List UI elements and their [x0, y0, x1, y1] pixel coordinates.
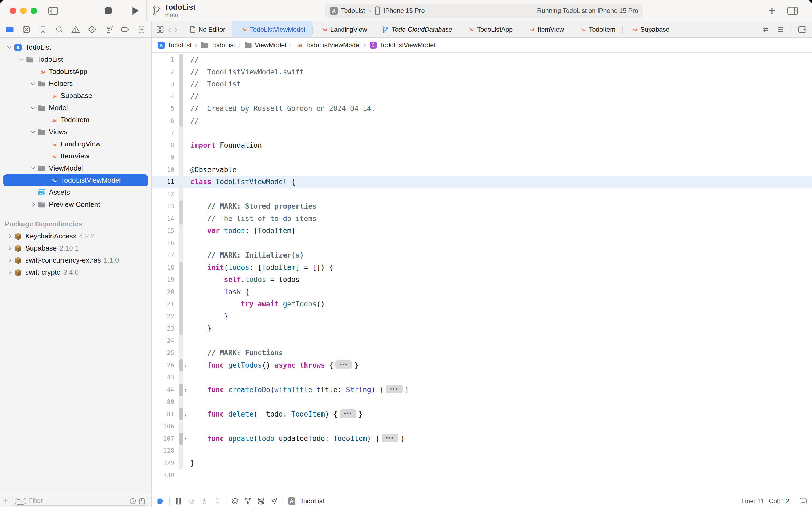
line-number[interactable]: 23: [152, 323, 175, 335]
sidebar-item-viewmodel[interactable]: ViewModel: [0, 162, 152, 174]
breadcrumb-item-todolist[interactable]: ATodoList: [157, 41, 191, 49]
line-number[interactable]: 16: [152, 237, 175, 249]
disclosure-right-icon[interactable]: [5, 271, 13, 274]
breadcrumb-item-todolist[interactable]: TodoList: [200, 41, 235, 49]
code-fold-ellipsis[interactable]: •••: [386, 385, 403, 393]
disclosure-right-icon[interactable]: [5, 259, 13, 262]
disclosure-down-icon[interactable]: [17, 58, 25, 61]
line-number[interactable]: 6: [152, 115, 175, 127]
source-control-navigator-icon[interactable]: [22, 25, 31, 34]
test-navigator-icon[interactable]: [88, 25, 97, 34]
editor-adjust-icon[interactable]: [799, 497, 807, 505]
line-number[interactable]: 8: [152, 139, 175, 152]
tab-landingview[interactable]: LandingView: [312, 21, 374, 37]
bookmark-navigator-icon[interactable]: [39, 25, 48, 34]
filter-field[interactable]: ☰⌄: [12, 497, 148, 506]
line-number[interactable]: 10: [152, 164, 175, 176]
code-fold-chevron-icon[interactable]: ›: [184, 384, 187, 396]
scheme-info[interactable]: TodoList main: [152, 0, 195, 21]
editor-options-icon[interactable]: [776, 25, 785, 34]
minimize-window-icon[interactable]: [20, 7, 26, 14]
sidebar-item-itemview[interactable]: ItemView: [0, 150, 152, 162]
stop-button[interactable]: [104, 0, 112, 21]
recent-files-icon[interactable]: [129, 498, 136, 505]
line-number[interactable]: 44: [152, 384, 175, 396]
line-number[interactable]: 106: [152, 420, 175, 433]
disclosure-right-icon[interactable]: [5, 247, 13, 250]
line-number[interactable]: 7: [152, 127, 175, 139]
source-control-filter-icon[interactable]: [138, 498, 146, 505]
tab-supabase[interactable]: Supabase: [623, 21, 677, 37]
line-number[interactable]: 43: [152, 372, 175, 384]
tab-todolistapp[interactable]: TodoListApp: [459, 21, 520, 37]
line-number[interactable]: 26: [152, 359, 175, 372]
memory-graph-icon[interactable]: [244, 497, 252, 505]
find-navigator-icon[interactable]: [55, 25, 64, 34]
view-debugger-icon[interactable]: [231, 497, 239, 505]
package-item-swift-concurrency-extras[interactable]: swift-concurrency-extras1.1.0: [0, 254, 152, 266]
sidebar-item-todoitem[interactable]: TodoItem: [0, 114, 152, 126]
filter-options-icon[interactable]: ☰⌄: [14, 498, 26, 505]
line-number[interactable]: 18: [152, 262, 175, 274]
sidebar-item-preview-content[interactable]: Preview Content: [0, 199, 152, 211]
line-number[interactable]: 25: [152, 347, 175, 359]
tab-todoitem[interactable]: TodoItem: [571, 21, 623, 37]
no-editor-segment[interactable]: No Editor: [182, 21, 232, 37]
breakpoint-navigator-icon[interactable]: [121, 25, 130, 34]
run-button[interactable]: [131, 0, 139, 21]
line-number[interactable]: 15: [152, 225, 175, 237]
code-fold-ellipsis[interactable]: •••: [382, 434, 398, 442]
line-number[interactable]: 81: [152, 408, 175, 420]
line-number[interactable]: 12: [152, 188, 175, 201]
line-number[interactable]: 24: [152, 335, 175, 347]
line-number[interactable]: 13: [152, 200, 175, 213]
add-button[interactable]: +: [768, 0, 775, 21]
report-navigator-icon[interactable]: [137, 25, 146, 34]
sidebar-item-views[interactable]: Views: [0, 126, 152, 138]
add-editor-icon[interactable]: [798, 25, 807, 34]
package-item-swift-crypto[interactable]: swift-crypto3.4.0: [0, 266, 152, 278]
tab-todo-clouddatabase[interactable]: Todo-CloudDatabase: [374, 21, 459, 37]
issue-navigator-icon[interactable]: [71, 25, 80, 34]
disclosure-down-icon[interactable]: [28, 167, 37, 170]
breadcrumb-item-todolistviewmodel[interactable]: TodoListViewModel: [295, 41, 361, 49]
cursor-line-indicator[interactable]: Line: 11: [741, 497, 764, 505]
package-item-keychainaccess[interactable]: KeychainAccess4.2.2: [0, 230, 152, 242]
editor-grid-icon[interactable]: [156, 25, 164, 34]
line-number[interactable]: 128: [152, 445, 175, 457]
code-fold-chevron-icon[interactable]: ›: [184, 359, 187, 372]
debug-navigator-icon[interactable]: [104, 25, 113, 34]
line-number[interactable]: 17: [152, 249, 175, 262]
code-fold-ellipsis[interactable]: •••: [335, 360, 352, 369]
line-number[interactable]: 2: [152, 66, 175, 78]
code-area[interactable]: 1//2// TodoListViewModel.swift3// TodoLi…: [152, 53, 812, 495]
close-window-icon[interactable]: [10, 7, 16, 14]
zoom-window-icon[interactable]: [31, 7, 37, 14]
disclosure-right-icon[interactable]: [28, 203, 37, 206]
line-number[interactable]: 20: [152, 286, 175, 298]
breakpoints-toggle-icon[interactable]: [157, 497, 165, 505]
activity-status-pill[interactable]: A TodoList › iPhone 15 Pro Running TodoL…: [325, 4, 643, 18]
filter-input[interactable]: [28, 497, 127, 505]
tab-itemview[interactable]: ItemView: [520, 21, 571, 37]
line-number[interactable]: 5: [152, 103, 175, 115]
line-number[interactable]: 14: [152, 213, 175, 225]
sidebar-item-landingview[interactable]: LandingView: [0, 138, 152, 150]
add-file-button[interactable]: +: [3, 496, 9, 505]
disclosure-right-icon[interactable]: [5, 235, 13, 238]
line-number[interactable]: 3: [152, 78, 175, 91]
disclosure-down-icon[interactable]: [5, 46, 13, 49]
line-number[interactable]: 130: [152, 469, 175, 482]
line-number[interactable]: 21: [152, 298, 175, 311]
disclosure-down-icon[interactable]: [28, 82, 37, 85]
sidebar-item-todolistviewmodel[interactable]: TodoListViewModel: [3, 174, 148, 186]
environment-overrides-icon[interactable]: [257, 497, 265, 505]
line-number[interactable]: 129: [152, 457, 175, 469]
cursor-col-indicator[interactable]: Col: 12: [769, 497, 789, 505]
code-fold-chevron-icon[interactable]: ›: [184, 408, 187, 420]
code-fold-chevron-icon[interactable]: ›: [184, 433, 187, 445]
package-item-supabase[interactable]: Supabase2.10.1: [0, 242, 152, 254]
line-number[interactable]: 22: [152, 311, 175, 323]
line-number[interactable]: 11: [152, 176, 175, 188]
project-navigator-icon[interactable]: [5, 25, 14, 34]
